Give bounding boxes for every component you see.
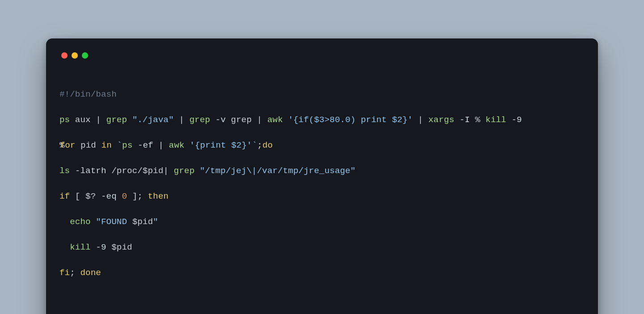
token: ps xyxy=(59,115,70,125)
token: 0 xyxy=(122,191,127,201)
token: kill xyxy=(486,115,506,125)
token: done xyxy=(80,268,101,278)
token: $pid xyxy=(132,217,153,227)
token: ; xyxy=(70,268,80,278)
close-icon[interactable] xyxy=(61,52,68,59)
token: fi xyxy=(59,268,70,278)
token: '{print $2}' xyxy=(190,140,252,150)
token xyxy=(153,140,159,150)
token: xargs xyxy=(428,115,454,125)
token xyxy=(106,242,112,252)
token: ` xyxy=(117,140,122,150)
token xyxy=(70,166,75,176)
token: then xyxy=(148,191,169,201)
token: -I xyxy=(459,115,470,125)
code-line: kill -9 $pid xyxy=(59,241,585,254)
token: " xyxy=(153,217,158,227)
code-line: ps aux | grep "./java" | grep -v grep | … xyxy=(59,114,585,127)
token xyxy=(506,115,512,125)
token: awk xyxy=(169,140,185,150)
code-line: fi; done xyxy=(59,267,585,280)
token: | xyxy=(96,115,106,125)
token xyxy=(283,115,288,125)
token: for xyxy=(60,140,76,150)
minimize-icon[interactable] xyxy=(72,52,78,59)
token: ps xyxy=(122,140,132,150)
terminal-window: #!/bin/bash ps aux | grep "./java" | gre… xyxy=(46,38,598,314)
token: kill xyxy=(70,242,90,252)
token: [ xyxy=(70,191,85,201)
code-line: ls -latrh /proc/$pid| grep "/tmp/jej\|/v… xyxy=(59,165,585,178)
token xyxy=(59,242,70,252)
token: if xyxy=(59,191,70,201)
token: awk xyxy=(267,115,283,125)
token xyxy=(96,191,101,201)
window-titlebar xyxy=(61,52,585,59)
token xyxy=(59,217,70,227)
code-line: #!/bin/bash xyxy=(59,88,585,101)
token: ]; xyxy=(127,191,148,201)
code-line: %for pid in `ps -ef | awk '{print $2}'`;… xyxy=(59,139,585,152)
token: aux xyxy=(70,115,96,125)
token: grep xyxy=(226,115,257,125)
token: '{if($3>80.0) print $2}' xyxy=(288,115,413,125)
token: | xyxy=(179,115,189,125)
token: -v xyxy=(216,115,226,125)
token: grep xyxy=(174,166,195,176)
code-line: if [ $? -eq 0 ]; then xyxy=(59,190,585,203)
token: "./java" xyxy=(132,115,174,125)
stage: #!/bin/bash ps aux | grep "./java" | gre… xyxy=(0,0,644,314)
token: /proc/ xyxy=(106,166,143,176)
token: grep xyxy=(106,115,127,125)
token: pid xyxy=(75,140,101,150)
token: -9 xyxy=(512,115,522,125)
token: "FOUND xyxy=(96,217,132,227)
token: -latrh xyxy=(75,166,106,176)
token xyxy=(117,191,122,201)
token: "/tmp/jej\|/var/tmp/jre_usage" xyxy=(200,166,356,176)
token xyxy=(454,115,460,125)
token: in xyxy=(102,140,112,150)
shebang: #!/bin/bash xyxy=(59,89,117,99)
token xyxy=(210,115,216,125)
code-block: #!/bin/bash ps aux | grep "./java" | gre… xyxy=(59,75,585,314)
token: echo xyxy=(70,217,90,227)
token xyxy=(112,140,117,150)
token: $pid xyxy=(143,166,163,176)
token: ls xyxy=(59,166,70,176)
code-line: echo "FOUND $pid" xyxy=(59,216,585,229)
token xyxy=(413,115,418,125)
token xyxy=(132,140,138,150)
token xyxy=(91,217,96,227)
token: -eq xyxy=(101,191,117,201)
token xyxy=(174,115,179,125)
token: -ef xyxy=(138,140,153,150)
token: | xyxy=(257,115,267,125)
token xyxy=(195,166,200,176)
token: ` xyxy=(252,140,257,150)
blank-line xyxy=(59,292,585,305)
token: $? xyxy=(85,191,96,201)
token xyxy=(184,140,190,150)
token: % xyxy=(470,115,486,125)
token xyxy=(91,242,96,252)
token: grep xyxy=(189,115,210,125)
token xyxy=(127,115,132,125)
token: -9 xyxy=(96,242,106,252)
token: ; xyxy=(257,140,263,150)
token: | xyxy=(158,140,169,150)
zoom-icon[interactable] xyxy=(82,52,88,59)
token: do xyxy=(263,140,273,150)
token: | xyxy=(163,166,174,176)
token: $pid xyxy=(111,242,132,252)
token: | xyxy=(418,115,428,125)
